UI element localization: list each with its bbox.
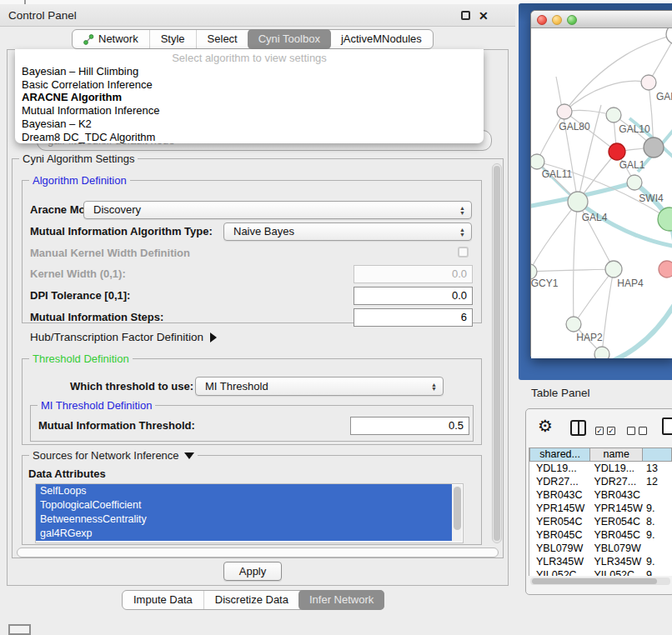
apply-button[interactable]: Apply [223, 562, 282, 581]
network-node-hap4[interactable] [605, 261, 622, 278]
settings-horizontal-scrollbar[interactable] [17, 548, 499, 558]
column-header[interactable]: shared... [529, 448, 590, 462]
minimize-traffic-icon[interactable] [552, 15, 562, 25]
network-node-gal1[interactable] [609, 143, 625, 160]
attribute-item[interactable]: SelfLoops [36, 484, 452, 498]
tab-jactivemnodules[interactable]: jActiveMNodules [330, 30, 433, 48]
scrollbar-thumb[interactable] [494, 166, 500, 541]
mi-type-select[interactable]: Naive Bayes ▲▼ [223, 222, 472, 241]
network-edge[interactable] [537, 112, 564, 162]
network-edge[interactable] [574, 202, 578, 324]
which-threshold-label: Which threshold to use: [70, 377, 193, 396]
zoom-traffic-icon[interactable] [567, 15, 577, 25]
split-columns-icon[interactable] [570, 420, 586, 436]
table-row[interactable]: YPR145WYPR145W9. [529, 502, 672, 515]
data-attributes-list: SelfLoopsTopologicalCoefficientBetweenne… [36, 484, 463, 541]
table-row[interactable]: YBL079WYBL079W [529, 542, 672, 555]
table-cell: YBL079W [529, 542, 590, 555]
algorithm-option[interactable]: Mutual Information Inference [15, 104, 484, 118]
algorithm-option[interactable]: Dream8 DC_TDC Algorithm [15, 131, 484, 143]
network-canvas[interactable]: GALGAL80GAL10GAL1GAL11SWI4GAL4GCY1HAP4YH… [531, 28, 672, 358]
network-edge-thick[interactable] [613, 302, 672, 358]
table-row[interactable]: YDL19...YDL19...13 [529, 462, 672, 475]
tab-discretize-data[interactable]: Discretize Data [203, 591, 299, 609]
table-cell: YPR145W [529, 502, 590, 515]
algorithm-dropdown-prompt: Select algorithm to view settings [15, 49, 484, 65]
network-edge[interactable] [531, 269, 614, 272]
network-edge[interactable] [531, 202, 578, 272]
network-node-gal10[interactable] [606, 108, 621, 122]
table-row[interactable]: YBR045CYBR045C9. [529, 528, 672, 542]
network-node[interactable] [644, 138, 664, 158]
algorithm-option[interactable]: Bayesian – K2 [15, 118, 484, 131]
tab-cyni-toolbox[interactable]: Cyni Toolbox [248, 29, 331, 49]
close-traffic-icon[interactable] [537, 15, 547, 25]
algorithm-option[interactable]: Basic Correlation Inference [15, 78, 484, 92]
column-header[interactable] [643, 448, 672, 462]
column-header[interactable]: name [590, 448, 643, 462]
algorithm-dropdown: Select algorithm to view settings Bayesi… [15, 49, 484, 143]
scrollbar-thumb[interactable] [454, 487, 461, 530]
table-cell: YPR145W [590, 502, 643, 515]
network-icon [83, 34, 94, 45]
table-cell [643, 542, 672, 555]
manual-kernel-checkbox[interactable] [458, 247, 469, 258]
network-node[interactable] [666, 28, 672, 44]
hub-definition-toggle[interactable]: Hub/Transcription Factor Definition [30, 330, 217, 345]
network-node-gal4[interactable] [568, 192, 588, 212]
network-node-y[interactable] [659, 261, 672, 278]
algorithm-option[interactable]: ARACNE Algorithm [15, 91, 484, 104]
network-edge[interactable] [578, 105, 601, 202]
mi-steps-field[interactable]: 6 [354, 308, 473, 327]
dpi-tolerance-field[interactable]: 0.0 [354, 287, 473, 305]
mi-threshold-field[interactable]: 0.5 [350, 417, 469, 435]
attribute-item[interactable]: gal4RGexp [36, 527, 452, 541]
network-node-gal11[interactable] [531, 154, 544, 169]
tab-network[interactable]: Network [73, 30, 149, 48]
node-label: GAL11 [542, 168, 573, 180]
sources-legend[interactable]: Sources for Network Inference [29, 449, 198, 462]
algorithm-option[interactable]: Bayesian – Hill Climbing [15, 65, 484, 78]
kernel-width-field[interactable]: 0.0 [354, 265, 473, 283]
table-row[interactable]: YDR27...YDR27...12 [529, 475, 672, 488]
table-row[interactable]: YLR345WYLR345W9. [529, 555, 672, 568]
network-window[interactable]: GALGAL80GAL10GAL1GAL11SWI4GAL4GCY1HAP4YH… [530, 10, 672, 358]
table-row[interactable]: YIL052CYIL052C9 [529, 568, 672, 576]
tab-style[interactable]: Style [149, 30, 196, 48]
table-row[interactable]: YBR043CYBR043C [529, 488, 672, 502]
network-edge-thick[interactable] [578, 202, 672, 247]
attribute-item[interactable]: TopologicalCoefficient [36, 498, 452, 512]
network-edge[interactable] [574, 269, 614, 324]
tab-infer-network[interactable]: Infer Network [298, 590, 384, 610]
control-panel-tabbar: Network Style Select Cyni Toolbox jActiv… [72, 29, 434, 49]
kernel-width-value: 0.0 [452, 268, 467, 280]
close-icon[interactable]: ✕ [479, 8, 489, 23]
table-row[interactable]: YER054CYER054C8. [529, 515, 672, 528]
network-node-gal[interactable] [641, 75, 656, 90]
table-header: shared...name [529, 448, 672, 462]
network-node-swi4[interactable] [627, 175, 642, 190]
deselect-all-columns-icon[interactable] [627, 427, 647, 435]
which-threshold-select[interactable]: MI Threshold ▲▼ [195, 377, 444, 396]
aracne-mode-select[interactable]: Discovery ▲▼ [83, 201, 472, 219]
tab-impute-data[interactable]: Impute Data [123, 591, 203, 609]
scrollbar-thumb[interactable] [532, 578, 657, 584]
settings-vertical-scrollbar[interactable] [492, 163, 502, 543]
node-label: GCY1 [531, 278, 559, 289]
float-icon[interactable] [461, 11, 470, 20]
network-edge[interactable] [649, 34, 672, 82]
minimized-widget[interactable] [8, 624, 31, 635]
attribute-item[interactable]: BetweennessCentrality [36, 512, 452, 527]
table-horizontal-scrollbar[interactable] [530, 578, 670, 585]
network-node-gal80[interactable] [557, 104, 572, 119]
network-node[interactable] [594, 347, 609, 358]
table-cell: 9 [643, 568, 672, 576]
export-table-icon[interactable] [662, 418, 672, 435]
network-node[interactable] [658, 208, 672, 231]
network-node-hap2[interactable] [566, 317, 581, 332]
network-window-titlebar[interactable] [531, 11, 672, 28]
tab-select[interactable]: Select [196, 30, 248, 48]
select-all-columns-icon[interactable]: ✓ ✓ [595, 427, 615, 435]
attributes-scrollbar[interactable] [452, 485, 462, 542]
gear-icon[interactable]: ⚙ [538, 417, 553, 435]
